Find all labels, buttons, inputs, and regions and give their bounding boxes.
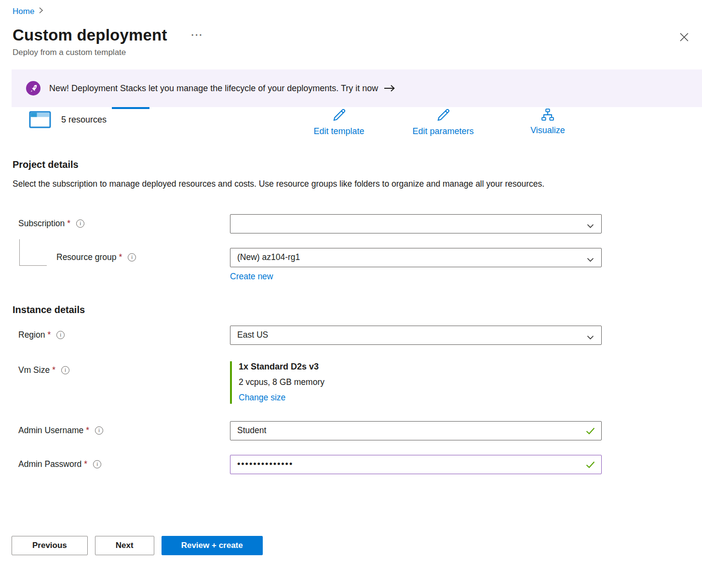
- required-marker: *: [47, 330, 51, 340]
- org-chart-icon: [541, 108, 554, 124]
- breadcrumb-home-link[interactable]: Home: [13, 7, 34, 16]
- admin-username-input[interactable]: [230, 421, 602, 440]
- required-marker: *: [86, 425, 89, 436]
- visualize-label: Visualize: [530, 125, 565, 136]
- info-icon[interactable]: [61, 366, 69, 374]
- info-icon[interactable]: [56, 331, 65, 339]
- page-subtitle: Deploy from a custom template: [13, 48, 702, 57]
- clipped-link-fragment: [112, 107, 149, 109]
- hierarchy-connector-line: [19, 239, 47, 266]
- vm-size-row: Vm Size * 1x Standard D2s v3 2 vcpus, 8 …: [12, 361, 702, 404]
- vm-size-control: 1x Standard D2s v3 2 vcpus, 8 GB memory …: [230, 361, 602, 404]
- resource-group-value: (New) az104-rg1: [237, 252, 300, 262]
- project-details-heading: Project details: [13, 159, 702, 170]
- resource-group-dropdown[interactable]: (New) az104-rg1: [230, 248, 602, 267]
- close-icon: [679, 32, 689, 42]
- info-icon[interactable]: [76, 219, 84, 228]
- resource-count: 5 resources: [61, 115, 107, 125]
- deployment-stacks-banner: New! Deployment Stacks let you manage th…: [12, 69, 702, 107]
- visualize-button[interactable]: Visualize: [509, 108, 586, 136]
- required-marker: *: [84, 459, 87, 469]
- admin-password-control: [230, 455, 602, 474]
- subscription-row: Subscription *: [12, 214, 702, 233]
- page-header: Custom deployment ···: [13, 26, 702, 44]
- change-size-link[interactable]: Change size: [239, 393, 285, 403]
- resource-group-control: (New) az104-rg1: [230, 248, 602, 267]
- resource-group-label-cell: Resource group *: [12, 252, 230, 262]
- vm-size-title: 1x Standard D2s v3: [239, 362, 602, 372]
- close-button[interactable]: [678, 31, 690, 43]
- chevron-right-icon: [39, 7, 43, 16]
- admin-password-label: Admin Password: [18, 459, 81, 469]
- vm-size-specs: 2 vcpus, 8 GB memory: [239, 377, 602, 387]
- admin-password-input[interactable]: [230, 455, 602, 474]
- more-menu-button[interactable]: ···: [191, 30, 203, 41]
- admin-password-row: Admin Password *: [12, 455, 702, 474]
- pencil-icon: [332, 108, 346, 125]
- info-icon[interactable]: [128, 253, 136, 261]
- required-marker: *: [67, 219, 70, 229]
- resource-group-label: Resource group: [56, 252, 117, 262]
- admin-username-control: [230, 421, 602, 440]
- subscription-label-cell: Subscription *: [12, 219, 230, 229]
- previous-button[interactable]: Previous: [12, 536, 88, 555]
- subscription-dropdown[interactable]: [230, 214, 602, 233]
- wizard-footer: Previous Next Review + create: [12, 536, 702, 555]
- resource-group-row: Resource group * (New) az104-rg1: [12, 248, 702, 267]
- next-button[interactable]: Next: [95, 536, 154, 555]
- region-control: East US: [230, 326, 602, 345]
- region-value: East US: [237, 330, 268, 340]
- admin-username-label-cell: Admin Username *: [12, 425, 230, 436]
- create-new-link[interactable]: Create new: [230, 272, 273, 282]
- instance-details-heading: Instance details: [13, 304, 702, 315]
- vm-size-label-cell: Vm Size *: [12, 361, 230, 375]
- project-details-description: Select the subscription to manage deploy…: [13, 177, 572, 192]
- region-row: Region * East US: [12, 326, 702, 345]
- deployment-form: Subscription * Resource group * (New) az…: [0, 214, 702, 474]
- breadcrumb: Home: [0, 0, 702, 16]
- arrow-right-icon[interactable]: [384, 84, 395, 92]
- edit-parameters-button[interactable]: Edit parameters: [405, 108, 482, 137]
- review-create-button[interactable]: Review + create: [162, 536, 263, 555]
- edit-parameters-label: Edit parameters: [412, 126, 473, 137]
- banner-message: New! Deployment Stacks let you manage th…: [49, 83, 378, 94]
- create-new-row: Create new: [230, 272, 702, 282]
- info-icon[interactable]: [95, 426, 103, 435]
- region-dropdown[interactable]: East US: [230, 326, 602, 345]
- vm-size-label: Vm Size: [18, 365, 50, 375]
- subscription-control: [230, 214, 602, 233]
- info-icon[interactable]: [93, 460, 101, 468]
- template-resources-icon: [29, 111, 51, 130]
- template-bar: 5 resources Edit template Edit parameter…: [0, 108, 702, 140]
- edit-template-label: Edit template: [313, 126, 364, 137]
- admin-username-label: Admin Username: [18, 425, 83, 436]
- required-marker: *: [52, 365, 55, 375]
- admin-username-row: Admin Username *: [12, 421, 702, 440]
- region-label-cell: Region *: [12, 330, 230, 340]
- edit-template-button[interactable]: Edit template: [300, 108, 378, 137]
- vm-size-summary: 1x Standard D2s v3 2 vcpus, 8 GB memory …: [230, 361, 602, 404]
- admin-password-label-cell: Admin Password *: [12, 459, 230, 469]
- pencil-icon: [436, 108, 450, 125]
- region-label: Region: [18, 330, 45, 340]
- page-title: Custom deployment: [13, 26, 167, 44]
- rocket-icon: [26, 81, 40, 96]
- required-marker: *: [119, 252, 122, 262]
- subscription-label: Subscription: [18, 219, 65, 229]
